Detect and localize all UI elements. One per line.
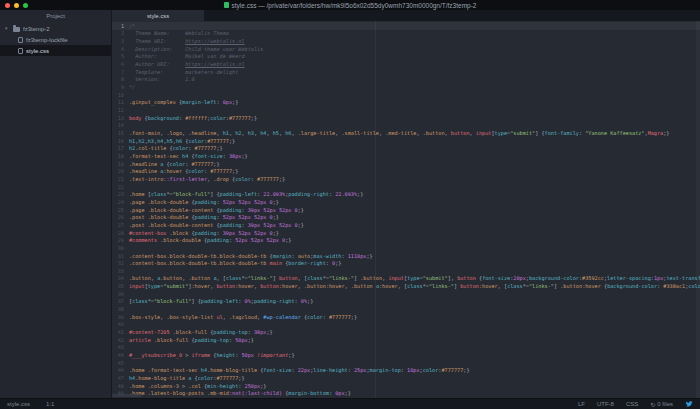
code-line[interactable]: 41#content-7205 .block-full {padding-top… xyxy=(112,328,700,336)
line-number: 17 xyxy=(112,145,124,151)
code-line[interactable]: 35input[type="submit"]:hover, button:hov… xyxy=(112,282,700,290)
code-line[interactable]: 4 Description: Child theme voor Webtalis xyxy=(112,45,700,53)
code-line[interactable]: 6 Author URI: https://webtalis.nl xyxy=(112,60,700,68)
code-text: Template: marketers-delight xyxy=(129,69,238,75)
code-text: .home [class*="block-full"] {padding-lef… xyxy=(129,191,363,197)
code-line[interactable]: 14 xyxy=(112,122,700,130)
code-line[interactable]: 20.headline a:hover {color: #777777;} xyxy=(112,167,700,175)
sidebar-item-folder[interactable]: ▾ fz3temp-2 xyxy=(0,23,111,34)
code-line[interactable]: 1/* xyxy=(112,22,700,30)
app-window: style.css — /private/var/folders/hw/mk9l… xyxy=(0,0,700,409)
line-number: 2 xyxy=(112,30,124,36)
code-line[interactable]: 11.ginput_complex {margin-left: 0px;} xyxy=(112,99,700,107)
code-line[interactable]: 3 Theme URI: https://webtalis.nl xyxy=(112,37,700,45)
code-line[interactable]: 19.headline a {color: #777777;} xyxy=(112,160,700,168)
minimize-button[interactable] xyxy=(14,3,19,8)
code-line[interactable]: 33 xyxy=(112,267,700,275)
code-line[interactable]: 30 xyxy=(112,244,700,252)
line-number: 20 xyxy=(112,168,124,174)
status-filename: style.css xyxy=(7,401,30,407)
line-number: 11 xyxy=(112,99,124,105)
code-line[interactable]: 49.home .latest-blog-posts .mb-mid:not(:… xyxy=(112,390,700,398)
code-line[interactable]: 12 xyxy=(112,106,700,114)
cursor-position: 1:1 xyxy=(46,401,54,407)
syntax-indicator[interactable]: CSS xyxy=(626,401,638,407)
code-line[interactable]: 43 xyxy=(112,344,700,352)
code-line[interactable]: 16h1,h2,h3,h4,h5,h6 {color:#777777;} xyxy=(112,137,700,145)
code-line[interactable]: 36 xyxy=(112,290,700,298)
close-button[interactable] xyxy=(5,3,10,8)
code-text: */ xyxy=(129,84,135,90)
sidebar-item-lockfile[interactable]: fz3temp-lockfile xyxy=(0,34,111,45)
code-text: body {background: #ffffff;color:#777777;… xyxy=(129,115,257,121)
folder-icon xyxy=(13,27,20,32)
line-number: 35 xyxy=(112,283,124,289)
line-number: 8 xyxy=(112,76,124,82)
code-line[interactable]: 15.font-main, .logo, .headline, h1, h2, … xyxy=(112,129,700,137)
code-text: article .block-full {padding-top: 50px;} xyxy=(129,337,254,343)
line-ending-indicator[interactable]: LF xyxy=(578,401,585,407)
code-line[interactable]: 10 xyxy=(112,91,700,99)
code-text: .box-style, .box-style-list ul, .tagclou… xyxy=(129,314,357,320)
code-line[interactable]: 21.text-intro::first-letter, .drop {colo… xyxy=(112,175,700,183)
code-line[interactable]: 46.home .format-text-sec h4.home-blog-ti… xyxy=(112,367,700,375)
code-line[interactable]: 37[class*="block-full"] {padding-left: 0… xyxy=(112,298,700,306)
code-line[interactable]: 8 Version: 1.0 xyxy=(112,76,700,84)
line-number: 1 xyxy=(112,23,124,29)
code-line[interactable]: 45 xyxy=(112,359,700,367)
code-line[interactable]: 42article .block-full {padding-top: 50px… xyxy=(112,336,700,344)
line-number: 43 xyxy=(112,344,124,350)
code-line[interactable]: 27.post .block-double-content {padding: … xyxy=(112,221,700,229)
line-number: 34 xyxy=(112,275,124,281)
chevron-down-icon[interactable]: ▾ xyxy=(5,26,10,31)
code-text: Description: Child theme voor Webtalis xyxy=(129,46,263,52)
sync-status[interactable]: ↻ 0 files xyxy=(650,401,673,408)
code-line[interactable]: 47h4.home-blog-title a {color:#777777;} xyxy=(112,374,700,382)
code-line[interactable]: 18.format-text-sec h4 {font-size: 38px;} xyxy=(112,152,700,160)
code-line[interactable]: 44#___ytsubscribe_0 > iframe {height: 50… xyxy=(112,351,700,359)
line-number: 21 xyxy=(112,176,124,182)
twitter-bird-icon[interactable] xyxy=(685,400,693,408)
line-number: 9 xyxy=(112,84,124,90)
code-line[interactable]: 31.content-box.block-double-tb.block-dou… xyxy=(112,252,700,260)
encoding-indicator[interactable]: UTF-8 xyxy=(597,401,614,407)
code-line[interactable]: 40 xyxy=(112,321,700,329)
code-line[interactable]: 38 xyxy=(112,305,700,313)
line-number: 19 xyxy=(112,161,124,167)
code-line[interactable]: 29#comments .block-double {padding: 52px… xyxy=(112,236,700,244)
code-line[interactable]: 34.button, a.button, .button a, [class*=… xyxy=(112,275,700,283)
line-number: 30 xyxy=(112,245,124,251)
code-line[interactable]: 28#content-box .block {padding: 39px 52p… xyxy=(112,229,700,237)
code-text: .post .block-double {padding: 52px 52px … xyxy=(129,214,279,220)
code-line[interactable]: 17h2.col-title {color: #777777;} xyxy=(112,145,700,153)
code-text: Author: Maikel van de Weerd xyxy=(129,53,245,59)
sidebar-item-style-css[interactable]: style.css xyxy=(0,45,111,56)
code-line[interactable]: 7 Template: marketers-delight xyxy=(112,68,700,76)
line-number: 46 xyxy=(112,367,124,373)
code-line[interactable]: 13body {background: #ffffff;color:#77777… xyxy=(112,114,700,122)
line-number: 15 xyxy=(112,130,124,136)
horizontal-scrollbar-thumb[interactable] xyxy=(112,394,142,397)
code-text: .home .format-text-sec h4.home-blog-titl… xyxy=(129,367,470,373)
code-line[interactable]: 9*/ xyxy=(112,83,700,91)
code-line[interactable]: 25.page .block-double-content {padding: … xyxy=(112,206,700,214)
code-line[interactable]: 26.post .block-double {padding: 52px 52p… xyxy=(112,213,700,221)
zoom-button[interactable] xyxy=(23,3,28,8)
vertical-scrollbar[interactable] xyxy=(696,21,700,398)
code-line[interactable]: 48.home .columns-3 > .col {min-height: 2… xyxy=(112,382,700,390)
code-line[interactable]: 2 Theme Name: Webtalis Thema xyxy=(112,30,700,38)
code-line[interactable]: 23.home [class*="block-full"] {padding-l… xyxy=(112,190,700,198)
line-number: 6 xyxy=(112,61,124,67)
code-line[interactable]: 5 Author: Maikel van de Weerd xyxy=(112,53,700,61)
code-line[interactable]: 39.box-style, .box-style-list ul, .tagcl… xyxy=(112,313,700,321)
code-text: h1,h2,h3,h4,h5,h6 {color:#777777;} xyxy=(129,138,235,144)
code-line[interactable]: 32.content-box.block-double-tb.block-dou… xyxy=(112,259,700,267)
code-editor[interactable]: 1/*2 Theme Name: Webtalis Thema3 Theme U… xyxy=(112,21,700,398)
file-icon xyxy=(18,48,23,54)
tab-style-css[interactable]: style.css xyxy=(112,10,204,21)
line-number: 33 xyxy=(112,268,124,274)
code-line[interactable]: 24.page .block-double {padding: 52px 52p… xyxy=(112,198,700,206)
code-line[interactable]: 22 xyxy=(112,183,700,191)
line-number: 7 xyxy=(112,69,124,75)
code-text: h2.col-title {color: #777777;} xyxy=(129,145,223,151)
